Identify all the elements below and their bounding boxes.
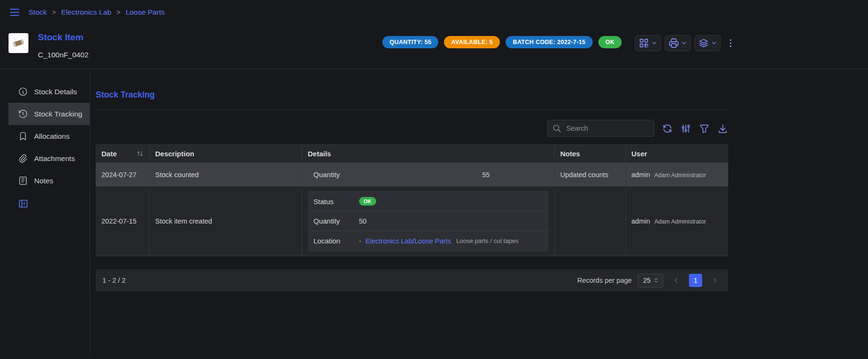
column-header-notes[interactable]: Notes: [554, 145, 625, 163]
breadcrumb-separator: >: [117, 9, 120, 16]
records-per-page-value: 25: [643, 277, 651, 284]
sidebar-collapse-icon: [18, 198, 28, 209]
breadcrumb-electronics-lab[interactable]: Electronics Lab: [61, 8, 111, 17]
barcode-actions-button[interactable]: [635, 35, 661, 51]
user-full-name: Adam Administrator: [654, 218, 706, 225]
status-ok-badge: OK: [598, 36, 622, 48]
sidebar-item-stock-details[interactable]: Stock Details: [9, 81, 90, 103]
print-actions-button[interactable]: [665, 35, 691, 51]
pagination-controls: Records per page 25 1: [577, 274, 722, 287]
username: admin: [632, 171, 651, 179]
dash: -: [359, 237, 362, 245]
capacitor-image: [11, 36, 26, 50]
sidebar-item-notes[interactable]: Notes: [9, 170, 90, 192]
stock-item-thumbnail[interactable]: [9, 33, 28, 53]
sidebar-collapse-button[interactable]: [9, 198, 90, 209]
breadcrumb-separator: >: [52, 9, 56, 16]
top-navigation-bar: Stock > Electronics Lab > Loose Parts: [9, 0, 737, 25]
bookmark-icon: [18, 131, 28, 141]
sort-icon: [136, 150, 144, 157]
sidebar-item-stock-tracking[interactable]: Stock Tracking: [9, 103, 90, 125]
cell-details: Quantity 55: [302, 163, 554, 187]
detail-value: 55: [482, 171, 490, 179]
chevron-down-icon: [681, 40, 687, 46]
main-content: Stock Tracking: [96, 69, 728, 356]
detail-key: Quantity: [314, 171, 359, 179]
table-header-row: Date Description Details Notes User: [96, 145, 728, 163]
cell-description: Stock item created: [149, 187, 302, 256]
download-icon: [717, 123, 728, 134]
more-options-button[interactable]: [724, 36, 737, 50]
menu-icon[interactable]: [9, 6, 21, 18]
status-ok-badge: OK: [359, 197, 377, 206]
info-circle-icon: [18, 87, 28, 97]
cell-user: adminAdam Administrator: [625, 187, 728, 256]
next-page-button[interactable]: [708, 274, 722, 287]
available-badge: AVAILABLE: 5: [444, 36, 500, 48]
table-row[interactable]: 2024-07-27 Stock counted Quantity 55 Upd…: [96, 163, 728, 187]
search-input[interactable]: [565, 124, 649, 133]
refresh-button[interactable]: [662, 123, 673, 134]
chevron-right-icon: [711, 276, 719, 285]
header-titles: Stock Item C_100nF_0402: [38, 32, 89, 59]
sidebar-item-label: Notes: [34, 177, 54, 185]
sidebar-item-allocations[interactable]: Allocations: [9, 125, 90, 147]
sidebar-item-label: Attachments: [34, 154, 75, 163]
breadcrumb-loose-parts[interactable]: Loose Parts: [126, 8, 165, 17]
sidebar-item-label: Allocations: [34, 132, 70, 141]
page-1-button[interactable]: 1: [689, 274, 702, 287]
detail-value: 50: [359, 217, 367, 225]
download-button[interactable]: [717, 123, 728, 134]
sidebar-item-attachments[interactable]: Attachments: [9, 147, 90, 170]
location-link[interactable]: Electronics Lab/Loose Parts: [365, 237, 451, 245]
column-header-date[interactable]: Date: [96, 145, 149, 163]
dots-vertical-icon: [725, 38, 736, 48]
username: admin: [632, 217, 651, 225]
chevron-down-icon: [711, 40, 717, 46]
cell-description: Stock counted: [149, 163, 302, 187]
column-header-details[interactable]: Details: [302, 145, 554, 163]
panel-divider: [96, 109, 728, 110]
column-header-user[interactable]: User: [625, 145, 728, 163]
sidebar: Stock Details Stock Tracking Allocations…: [9, 69, 90, 356]
header-actions: [635, 35, 737, 51]
status-badges: QUANTITY: 55 AVAILABLE: 5 BATCH CODE: 20…: [382, 36, 622, 48]
sidebar-item-label: Stock Tracking: [34, 110, 82, 118]
table-row[interactable]: 2022-07-15 Stock item created Status OK …: [96, 187, 728, 256]
table-settings-button[interactable]: [680, 123, 691, 134]
quantity-badge: QUANTITY: 55: [382, 36, 438, 48]
detail-key: Location: [314, 237, 359, 245]
batch-code-badge: BATCH CODE: 2022-7-15: [506, 36, 592, 48]
filter-button[interactable]: [699, 123, 710, 134]
qrcode-icon: [638, 37, 650, 49]
location-description: Loose parts / cut tapes: [456, 237, 519, 244]
search-box: [547, 120, 654, 137]
page-title: Stock Item: [38, 32, 89, 43]
previous-page-button[interactable]: [669, 274, 683, 287]
search-icon: [552, 124, 561, 133]
sidebar-item-label: Stock Details: [34, 88, 77, 96]
stock-actions-icon: [698, 37, 709, 49]
record-range-label: 1 - 2 / 2: [102, 277, 126, 284]
column-header-description[interactable]: Description: [149, 145, 302, 163]
breadcrumb-stock[interactable]: Stock: [28, 8, 47, 17]
detail-key: Quantity: [314, 217, 359, 225]
selector-icon: [653, 277, 660, 284]
column-label: Details: [308, 150, 331, 158]
stock-actions-button[interactable]: [695, 35, 721, 51]
history-icon: [18, 109, 28, 119]
cell-notes: Updated counts: [554, 163, 625, 187]
table-toolbar: [96, 120, 728, 137]
detail-key: Status: [314, 197, 359, 206]
details-subtable: Status OK Quantity 50 Location -: [308, 191, 549, 251]
breadcrumb: Stock > Electronics Lab > Loose Parts: [28, 8, 165, 17]
cell-date: 2022-07-15: [96, 187, 149, 256]
user-full-name: Adam Administrator: [654, 172, 706, 179]
page: Stock > Electronics Lab > Loose Parts: [0, 0, 868, 356]
records-per-page-label: Records per page: [577, 277, 632, 284]
page-header: Stock Item C_100nF_0402 QUANTITY: 55 AVA…: [9, 25, 737, 69]
detail-row-location: Location - Electronics Lab/Loose Parts L…: [308, 231, 549, 251]
records-per-page-select[interactable]: 25: [638, 274, 663, 287]
notes-icon: [18, 176, 28, 186]
filter-icon: [699, 123, 710, 134]
